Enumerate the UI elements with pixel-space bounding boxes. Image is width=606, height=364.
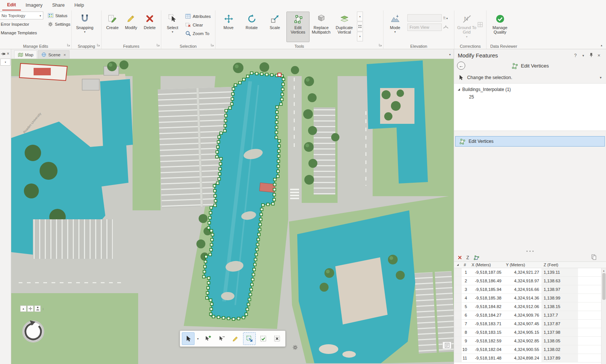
add-vertex-tool[interactable] (202, 332, 214, 345)
vertex-z-cell[interactable]: 1,138.63 (541, 277, 578, 285)
vertex-handle[interactable] (251, 278, 254, 281)
edit-vertices-tool-button[interactable]: Edit Vertices (286, 12, 310, 42)
tab-scene[interactable]: Scene × (38, 50, 69, 59)
elevation-mode-button[interactable]: Mode ▾ (385, 12, 405, 42)
dialog-launcher-icon[interactable] (67, 43, 70, 48)
vertex-handle[interactable] (273, 183, 276, 186)
vertex-handle[interactable] (217, 141, 220, 143)
drag-dots-icon[interactable]: ⁝ (43, 307, 44, 311)
vertex-handle[interactable] (218, 178, 220, 180)
vertex-handle[interactable] (254, 263, 256, 266)
tab-map[interactable]: Map (14, 50, 37, 59)
delete-vertex-tool[interactable] (215, 332, 228, 345)
clear-selection-button[interactable]: Clear (184, 21, 212, 29)
vertex-handle[interactable] (243, 78, 245, 81)
vertex-x-cell[interactable]: -9,518,182.59 (469, 337, 504, 345)
delete-vertex-icon[interactable] (458, 255, 462, 260)
close-icon[interactable]: × (63, 53, 66, 57)
replace-multipatch-button[interactable]: Replace Multipatch (310, 12, 333, 42)
vertex-x-cell[interactable]: -9,518,184.27 (469, 311, 504, 319)
vertex-row[interactable]: 3-9,518,185.944,324,916.661,138.97 (454, 285, 606, 294)
vertex-handle[interactable] (250, 288, 252, 291)
ribbon-tab-imagery[interactable]: Imagery (21, 0, 47, 10)
vertex-handle[interactable] (222, 317, 225, 319)
select-button[interactable]: Select ▾ (163, 12, 182, 42)
z-toggle-button[interactable]: Z (466, 255, 469, 260)
vertex-handle[interactable] (275, 126, 278, 129)
vertex-y-cell[interactable]: 4,324,916.66 (504, 285, 541, 294)
vertex-y-cell[interactable]: 4,324,900.55 (504, 345, 541, 354)
vertex-handle[interactable] (249, 293, 252, 296)
vertex-handle[interactable] (214, 195, 217, 197)
column-header[interactable]: X (Meters) (469, 263, 504, 267)
vertex-x-cell[interactable]: -9,518,184.82 (469, 302, 504, 311)
vertex-handle[interactable] (203, 270, 206, 273)
cancel-sketch-tool[interactable] (271, 332, 283, 345)
vertex-handle[interactable] (278, 139, 280, 142)
tools-scroll-down-button[interactable]: ▾ (357, 32, 363, 41)
vertex-handle[interactable] (209, 299, 212, 301)
vertex-handle[interactable] (215, 156, 218, 158)
vertex-handle[interactable] (230, 103, 233, 105)
grid-scrollbar[interactable]: ▴ (601, 268, 606, 364)
vertex-y-cell[interactable]: 4,324,907.45 (504, 320, 541, 328)
help-icon[interactable]: ? (572, 53, 579, 58)
vertex-handle[interactable] (214, 200, 217, 202)
vertex-handle[interactable] (217, 316, 220, 318)
vertex-y-cell[interactable]: 4,324,914.36 (504, 294, 541, 302)
vertex-handle[interactable] (239, 81, 241, 84)
tools-scroll-up-button[interactable]: ▴ (357, 12, 363, 21)
walk-mode-button[interactable] (34, 305, 41, 312)
vertex-x-cell[interactable]: -9,518,182.04 (469, 345, 504, 354)
vertex-z-cell[interactable]: 1,137.98 (541, 328, 578, 336)
vertex-handle[interactable] (206, 296, 208, 299)
vertex-handle[interactable] (237, 317, 240, 320)
vertex-handle[interactable] (258, 233, 260, 236)
vertex-handle[interactable] (214, 204, 216, 207)
vertex-handle[interactable] (207, 286, 209, 289)
vertex-handle[interactable] (275, 131, 278, 134)
vertex-handle[interactable] (261, 73, 263, 75)
column-header[interactable]: # (462, 263, 469, 267)
vertex-row[interactable]: 9-9,518,182.594,324,902.851,138.05 (454, 337, 606, 345)
vertex-row[interactable]: 5-9,518,184.824,324,912.061,138.15 (454, 302, 606, 311)
tab-overflow-chevron[interactable]: ▾ (449, 53, 451, 56)
vertex-handle[interactable] (254, 258, 257, 261)
vertex-handle[interactable] (247, 303, 250, 306)
vertex-handle[interactable] (277, 170, 279, 173)
vertex-handle[interactable] (276, 111, 278, 113)
rotate-tool-button[interactable]: Rotate (240, 12, 263, 42)
sketch-settings-gear[interactable] (292, 345, 298, 351)
vertex-index-cell[interactable]: 2 (462, 277, 469, 285)
vertex-x-cell[interactable]: -9,518,183.15 (469, 328, 504, 336)
vertex-handle[interactable] (277, 150, 280, 153)
ground-to-grid-button[interactable]: N Ground To Grid ▾ (456, 12, 478, 42)
vertex-handle[interactable] (214, 189, 216, 192)
vertex-y-cell[interactable]: 4,324,912.06 (504, 302, 541, 311)
vertex-handle[interactable] (251, 283, 253, 286)
vertex-handle[interactable] (256, 243, 259, 246)
pane-menu-chevron[interactable]: ▾ (580, 54, 587, 57)
vertex-handle[interactable] (256, 248, 258, 251)
create-button[interactable]: Create (103, 12, 122, 42)
vertex-x-cell[interactable]: -9,518,187.05 (469, 268, 504, 276)
scale-tool-button[interactable]: Scale (263, 12, 286, 42)
vertex-y-cell[interactable]: 4,324,918.97 (504, 277, 541, 285)
vertex-handle[interactable] (224, 114, 227, 117)
duplicate-vertical-button[interactable]: Duplicate Vertical (333, 12, 356, 42)
vertex-handle[interactable] (209, 313, 212, 316)
vertex-handle[interactable] (245, 313, 248, 316)
elevation-offset-input[interactable] (407, 14, 442, 22)
edit-vertices-active-tool[interactable]: Edit Vertices (455, 136, 605, 147)
vertex-handle[interactable] (259, 223, 261, 226)
snapping-button[interactable]: Snapping ▾ (73, 12, 96, 42)
delete-button[interactable]: Delete (140, 12, 159, 42)
vertex-handle[interactable] (232, 88, 235, 90)
vertex-handle[interactable] (227, 317, 230, 320)
vertex-handle[interactable] (255, 72, 258, 75)
vertex-handle[interactable] (258, 228, 261, 231)
pan-mode-button[interactable] (27, 305, 34, 312)
topology-combobox[interactable]: No Topology▾ (0, 12, 43, 19)
change-selection-row[interactable]: Change the selection. ▾ (454, 73, 606, 83)
vertex-handle[interactable] (211, 233, 214, 236)
